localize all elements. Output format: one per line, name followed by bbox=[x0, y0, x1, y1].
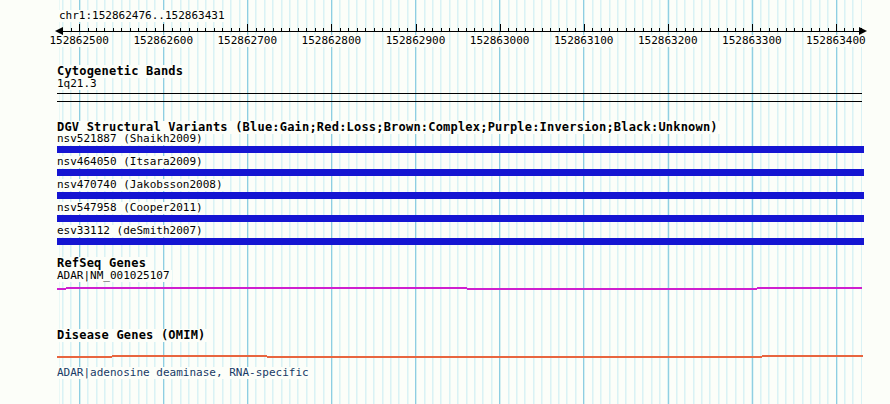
ruler-tick-label: 152863300 bbox=[721, 35, 783, 47]
ruler-tick bbox=[550, 28, 551, 31]
ruler-tick bbox=[390, 28, 391, 31]
ruler-tick bbox=[710, 28, 711, 31]
dgv-variant-bar-gain[interactable] bbox=[57, 238, 864, 245]
ruler-tick bbox=[138, 28, 139, 31]
ruler-tick bbox=[424, 28, 425, 31]
ruler-tick bbox=[727, 28, 728, 31]
ruler-tick bbox=[441, 28, 442, 31]
ruler-tick bbox=[752, 24, 753, 31]
ruler-tick bbox=[458, 28, 459, 31]
ruler-tick bbox=[264, 28, 265, 31]
ruler-tick bbox=[231, 28, 232, 31]
cytoband-glyph[interactable] bbox=[57, 93, 862, 102]
ruler-tick-label: 152863200 bbox=[637, 35, 699, 47]
ruler-tick bbox=[651, 28, 652, 31]
ruler-tick bbox=[331, 24, 332, 31]
ruler-tick bbox=[819, 28, 820, 31]
ruler-tick bbox=[634, 28, 635, 31]
region-title: chr1:152862476..152863431 bbox=[59, 10, 227, 22]
dgv-variant-label[interactable]: nsv521887 (Shaikh2009) bbox=[57, 133, 205, 145]
ruler-tick bbox=[172, 28, 173, 31]
ruler-tick bbox=[163, 24, 164, 31]
dgv-variant-label[interactable]: esv33112 (deSmith2007) bbox=[57, 225, 205, 237]
ruler-tick bbox=[281, 28, 282, 31]
ruler-line bbox=[59, 31, 862, 32]
ruler-tick bbox=[374, 28, 375, 31]
ruler-tick-label: 152863100 bbox=[553, 35, 615, 47]
ruler-tick bbox=[584, 24, 585, 31]
ruler-tick bbox=[592, 28, 593, 31]
ruler-tick bbox=[121, 28, 122, 31]
ruler-tick bbox=[794, 28, 795, 31]
ruler-tick bbox=[96, 28, 97, 31]
cytoband-label: 1q21.3 bbox=[57, 78, 99, 90]
ruler-tick bbox=[643, 28, 644, 31]
ruler-tick bbox=[289, 28, 290, 31]
ruler-tick bbox=[130, 28, 131, 31]
ruler-tick-label: 152862800 bbox=[301, 35, 363, 47]
ruler-tick bbox=[382, 28, 383, 31]
ruler-tick bbox=[62, 28, 63, 31]
ruler-tick bbox=[180, 28, 181, 31]
ruler-tick bbox=[500, 24, 501, 31]
dgv-variant-bar-gain[interactable] bbox=[57, 169, 864, 176]
omim-gene-glyph[interactable] bbox=[57, 355, 863, 358]
ruler-tick bbox=[575, 28, 576, 31]
ruler-tick bbox=[786, 28, 787, 31]
dgv-variant-bar-gain[interactable] bbox=[57, 215, 864, 222]
ruler-tick bbox=[205, 28, 206, 31]
ruler-tick bbox=[104, 28, 105, 31]
ruler-tick-label: 152862700 bbox=[216, 35, 278, 47]
ruler-tick bbox=[273, 28, 274, 31]
ruler-tick bbox=[79, 24, 80, 31]
ruler-tick bbox=[516, 28, 517, 31]
omim-gene-label[interactable]: ADAR|adenosine deaminase, RNA-specific bbox=[57, 367, 311, 379]
ruler-tick bbox=[449, 28, 450, 31]
ruler-tick bbox=[861, 28, 862, 31]
ruler-tick bbox=[668, 24, 669, 31]
ruler-tick bbox=[197, 28, 198, 31]
refseq-gene-label[interactable]: ADAR|NM_001025107 bbox=[57, 270, 172, 282]
dgv-variant-label[interactable]: nsv470740 (Jakobsson2008) bbox=[57, 179, 225, 191]
dgv-variant-bar-gain[interactable] bbox=[57, 146, 864, 153]
ruler-tick bbox=[146, 28, 147, 31]
ruler-tick bbox=[828, 28, 829, 31]
ruler-tick bbox=[559, 28, 560, 31]
ruler-tick-label: 152862500 bbox=[48, 35, 110, 47]
ruler-tick bbox=[609, 28, 610, 31]
ruler-tick bbox=[214, 28, 215, 31]
ruler-tick-label: 152862900 bbox=[385, 35, 447, 47]
ruler-tick bbox=[685, 28, 686, 31]
ruler-tick bbox=[365, 28, 366, 31]
ruler-tick bbox=[323, 28, 324, 31]
ruler-tick bbox=[718, 28, 719, 31]
ruler-tick bbox=[735, 28, 736, 31]
ruler-tick-label: 152863400 bbox=[805, 35, 867, 47]
ruler-tick bbox=[626, 28, 627, 31]
ruler-tick bbox=[508, 28, 509, 31]
ruler-tick bbox=[315, 28, 316, 31]
ruler-tick bbox=[466, 28, 467, 31]
refseq-gene-glyph[interactable] bbox=[57, 287, 863, 290]
ruler-tick bbox=[853, 28, 854, 31]
ruler-tick bbox=[676, 28, 677, 31]
ruler-tick bbox=[432, 28, 433, 31]
ruler-tick bbox=[474, 28, 475, 31]
ruler-tick bbox=[701, 28, 702, 31]
dgv-variant-bar-gain[interactable] bbox=[57, 192, 864, 199]
ruler-tick bbox=[340, 28, 341, 31]
ruler-tick bbox=[189, 28, 190, 31]
dgv-variant-label[interactable]: nsv464050 (Itsara2009) bbox=[57, 156, 205, 168]
ruler-tick bbox=[802, 28, 803, 31]
ruler-tick bbox=[617, 28, 618, 31]
ruler-tick bbox=[836, 24, 837, 31]
ruler-tick bbox=[693, 28, 694, 31]
ruler-tick bbox=[491, 28, 492, 31]
ruler-tick bbox=[247, 24, 248, 31]
ruler-tick bbox=[222, 28, 223, 31]
omim-track-header: Disease Genes (OMIM) bbox=[57, 329, 208, 342]
ruler-tick bbox=[399, 28, 400, 31]
ruler-tick bbox=[811, 28, 812, 31]
ruler-tick-label: 152863000 bbox=[469, 35, 531, 47]
dgv-variant-label[interactable]: nsv547958 (Cooper2011) bbox=[57, 202, 205, 214]
